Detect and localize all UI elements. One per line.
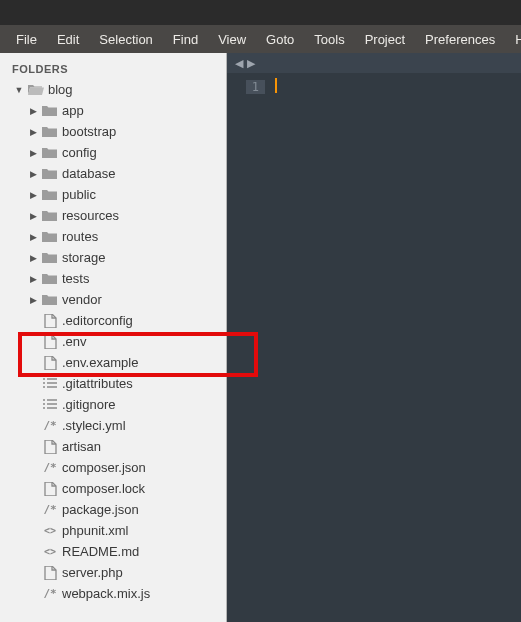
tree-file[interactable]: /*.styleci.yml [0, 415, 226, 436]
menu-goto[interactable]: Goto [256, 28, 304, 51]
folder-icon [42, 230, 58, 244]
folder-icon [42, 272, 58, 286]
folder-icon [42, 167, 58, 181]
line-gutter: 1 [227, 73, 271, 622]
chevron-right-icon: ▶ [28, 127, 38, 137]
tree-file[interactable]: .gitignore [0, 394, 226, 415]
menu-edit[interactable]: Edit [47, 28, 89, 51]
tree-label: .styleci.yml [62, 418, 126, 433]
tree-label: config [62, 145, 97, 160]
code-tag-icon: <> [42, 524, 58, 538]
sidebar-header: FOLDERS [0, 53, 226, 79]
tab-prev-icon[interactable]: ◀ [235, 57, 243, 70]
tree-label: server.php [62, 565, 123, 580]
tree-folder[interactable]: ▶public [0, 184, 226, 205]
list-icon [42, 377, 58, 391]
code-comment-icon: /* [42, 419, 58, 433]
tree-label: webpack.mix.js [62, 586, 150, 601]
tree-file[interactable]: server.php [0, 562, 226, 583]
tree-label: .gitattributes [62, 376, 133, 391]
tree-file[interactable]: /*package.json [0, 499, 226, 520]
tree-label: resources [62, 208, 119, 223]
menu-preferences[interactable]: Preferences [415, 28, 505, 51]
folder-tree: ▼ blog ▶app▶bootstrap▶config▶database▶pu… [0, 79, 226, 622]
tree-label: storage [62, 250, 105, 265]
tree-label: .env.example [62, 355, 138, 370]
chevron-right-icon: ▶ [28, 106, 38, 116]
menu-view[interactable]: View [208, 28, 256, 51]
folder-open-icon [28, 83, 44, 97]
tree-file[interactable]: .editorconfig [0, 310, 226, 331]
menu-selection[interactable]: Selection [89, 28, 162, 51]
tree-folder[interactable]: ▶app [0, 100, 226, 121]
tab-navigation: ◀ ▶ [227, 53, 521, 73]
editor-pane: ◀ ▶ 1 [227, 53, 521, 622]
file-icon [42, 314, 58, 328]
window-titlebar [0, 0, 521, 25]
chevron-down-icon: ▼ [14, 85, 24, 95]
menu-project[interactable]: Project [355, 28, 415, 51]
tree-folder[interactable]: ▶storage [0, 247, 226, 268]
file-icon [42, 356, 58, 370]
code-comment-icon: /* [42, 503, 58, 517]
chevron-right-icon: ▶ [28, 169, 38, 179]
menubar: File Edit Selection Find View Goto Tools… [0, 25, 521, 53]
chevron-right-icon: ▶ [28, 295, 38, 305]
tree-label: .gitignore [62, 397, 115, 412]
editor-body[interactable]: 1 [227, 73, 521, 622]
tree-label: tests [62, 271, 89, 286]
tree-folder[interactable]: ▶tests [0, 268, 226, 289]
tree-label: database [62, 166, 116, 181]
menu-help[interactable]: Help [505, 28, 521, 51]
tree-file[interactable]: artisan [0, 436, 226, 457]
tree-label: app [62, 103, 84, 118]
file-icon [42, 335, 58, 349]
tree-folder[interactable]: ▶vendor [0, 289, 226, 310]
tree-label: package.json [62, 502, 139, 517]
tree-file[interactable]: /*composer.json [0, 457, 226, 478]
tree-folder[interactable]: ▶bootstrap [0, 121, 226, 142]
file-icon [42, 482, 58, 496]
folder-icon [42, 146, 58, 160]
file-icon [42, 566, 58, 580]
chevron-right-icon: ▶ [28, 148, 38, 158]
tree-folder[interactable]: ▶routes [0, 226, 226, 247]
folder-icon [42, 251, 58, 265]
chevron-right-icon: ▶ [28, 190, 38, 200]
chevron-right-icon: ▶ [28, 274, 38, 284]
tree-label: public [62, 187, 96, 202]
chevron-right-icon: ▶ [28, 253, 38, 263]
main-area: FOLDERS ▼ blog ▶app▶bootstrap▶config▶dat… [0, 53, 521, 622]
code-tag-icon: <> [42, 545, 58, 559]
tree-file[interactable]: .gitattributes [0, 373, 226, 394]
folder-icon [42, 125, 58, 139]
tree-label: blog [48, 82, 73, 97]
tree-file[interactable]: composer.lock [0, 478, 226, 499]
tree-folder[interactable]: ▶database [0, 163, 226, 184]
tree-label: .env [62, 334, 87, 349]
text-cursor [275, 78, 277, 93]
tree-label: .editorconfig [62, 313, 133, 328]
menu-find[interactable]: Find [163, 28, 208, 51]
tree-root-blog[interactable]: ▼ blog [0, 79, 226, 100]
code-comment-icon: /* [42, 587, 58, 601]
file-icon [42, 440, 58, 454]
tree-folder[interactable]: ▶config [0, 142, 226, 163]
tab-next-icon[interactable]: ▶ [247, 57, 255, 70]
tree-label: composer.lock [62, 481, 145, 496]
tree-file[interactable]: /*webpack.mix.js [0, 583, 226, 604]
menu-tools[interactable]: Tools [304, 28, 354, 51]
tree-folder[interactable]: ▶resources [0, 205, 226, 226]
folder-icon [42, 104, 58, 118]
tree-file[interactable]: <>README.md [0, 541, 226, 562]
tree-file[interactable]: <>phpunit.xml [0, 520, 226, 541]
tree-file[interactable]: .env.example [0, 352, 226, 373]
chevron-right-icon: ▶ [28, 211, 38, 221]
list-icon [42, 398, 58, 412]
code-area[interactable] [271, 73, 521, 622]
menu-file[interactable]: File [6, 28, 47, 51]
tree-file[interactable]: .env [0, 331, 226, 352]
sidebar: FOLDERS ▼ blog ▶app▶bootstrap▶config▶dat… [0, 53, 227, 622]
tree-label: bootstrap [62, 124, 116, 139]
tree-label: phpunit.xml [62, 523, 128, 538]
